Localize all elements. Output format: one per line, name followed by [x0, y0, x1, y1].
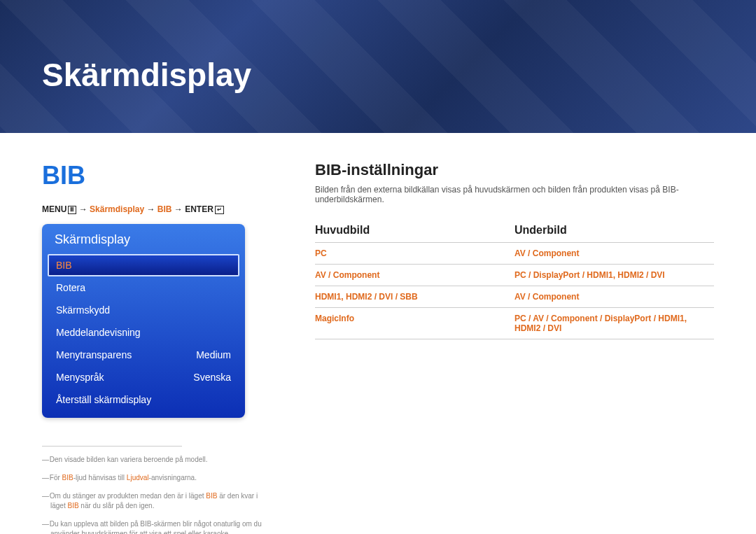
banner-title: Skärmdisplay — [42, 56, 251, 94]
footnote-3: Om du stänger av produkten medan den är … — [42, 491, 273, 511]
menu-item-meddelandevisning[interactable]: Meddelandevisning — [48, 321, 239, 344]
footnote-text: när du slår på den igen. — [79, 502, 155, 510]
footnotes — [42, 446, 182, 447]
osd-menu-panel: Skärmdisplay BIB Rotera Skärmskydd Medde… — [42, 224, 245, 418]
osd-menu-items: BIB Rotera Skärmskydd Meddelandevisning … — [42, 254, 245, 411]
right-column: BIB-inställningar Bilden från den extern… — [315, 161, 714, 534]
menu-item-label: BIB — [56, 260, 72, 271]
enter-icon: ↵ — [215, 206, 224, 214]
cell-huvudbild: HDMI1, HDMI2 / DVI / SBB — [315, 292, 514, 302]
breadcrumb-path2: BIB — [158, 204, 172, 214]
menu-item-bib[interactable]: BIB — [48, 254, 239, 276]
menu-item-label: Rotera — [56, 282, 85, 293]
breadcrumb: MENUⅢ → Skärmdisplay → BIB → ENTER↵ — [42, 204, 273, 214]
footnote-text: För — [50, 474, 62, 482]
table-row: PC AV / Component — [315, 243, 714, 265]
breadcrumb-path1: Skärmdisplay — [90, 204, 144, 214]
footnote-4: Du kan uppleva att bilden på BIB-skärmen… — [42, 519, 273, 534]
content-area: BIB MENUⅢ → Skärmdisplay → BIB → ENTER↵ … — [0, 133, 756, 534]
menu-item-aterstall[interactable]: Återställ skärmdisplay — [48, 388, 239, 411]
section-title: BIB — [42, 161, 273, 190]
footnote-1: Den visade bilden kan variera beroende p… — [42, 455, 273, 465]
col-huvudbild: Huvudbild — [315, 224, 514, 237]
footnote-orange: BIB — [206, 492, 217, 500]
table-row: HDMI1, HDMI2 / DVI / SBB AV / Component — [315, 286, 714, 308]
breadcrumb-arrow1: → — [79, 204, 90, 214]
footnote-orange: BIB — [62, 474, 74, 482]
cell-huvudbild: MagicInfo — [315, 314, 514, 333]
right-description: Bilden från den externa bildkällan visas… — [315, 185, 714, 204]
cell-underbild: PC / DisplayPort / HDMI1, HDMI2 / DVI — [514, 270, 714, 280]
menu-item-label: Återställ skärmdisplay — [56, 394, 151, 405]
menu-item-label: Skärmskydd — [56, 304, 110, 316]
bib-table: Huvudbild Underbild PC AV / Component AV… — [315, 218, 714, 339]
breadcrumb-arrow3: → — [174, 204, 185, 214]
page-banner: Skärmdisplay — [0, 0, 756, 133]
footnote-2: För BIB-ljud hänvisas till Ljudval-anvis… — [42, 473, 273, 483]
menu-item-rotera[interactable]: Rotera — [48, 276, 239, 299]
footnote-orange: Ljudval — [127, 474, 149, 482]
menu-item-value: Medium — [196, 349, 231, 360]
footnote-text: Om du stänger av produkten medan den är … — [50, 492, 206, 500]
breadcrumb-enter: ENTER — [185, 204, 214, 214]
menu-item-value: Svenska — [193, 372, 231, 383]
menu-icon: Ⅲ — [68, 206, 76, 214]
menu-item-skarmskydd[interactable]: Skärmskydd — [48, 299, 239, 321]
cell-huvudbild: PC — [315, 248, 514, 258]
cell-underbild: AV / Component — [514, 248, 714, 258]
footnote-text: -ljud hänvisas till — [74, 474, 127, 482]
cell-huvudbild: AV / Component — [315, 270, 514, 280]
col-underbild: Underbild — [514, 224, 714, 237]
footnote-text: -anvisningarna. — [149, 474, 197, 482]
menu-item-label: Menyspråk — [56, 372, 104, 383]
menu-item-label: Meddelandevisning — [56, 327, 141, 338]
menu-item-menytransparens[interactable]: Menytransparens Medium — [48, 344, 239, 366]
breadcrumb-menu: MENU — [42, 204, 66, 214]
menu-item-label: Menytransparens — [56, 349, 132, 360]
cell-underbild: AV / Component — [514, 292, 714, 302]
breadcrumb-arrow2: → — [146, 204, 157, 214]
left-column: BIB MENUⅢ → Skärmdisplay → BIB → ENTER↵ … — [42, 161, 273, 534]
menu-item-menysprak[interactable]: Menyspråk Svenska — [48, 366, 239, 388]
table-header-row: Huvudbild Underbild — [315, 218, 714, 243]
right-heading: BIB-inställningar — [315, 161, 714, 179]
table-row: AV / Component PC / DisplayPort / HDMI1,… — [315, 265, 714, 286]
table-row: MagicInfo PC / AV / Component / DisplayP… — [315, 308, 714, 339]
osd-menu-header: Skärmdisplay — [42, 224, 245, 254]
cell-underbild: PC / AV / Component / DisplayPort / HDMI… — [514, 314, 714, 333]
footnote-orange: BIB — [67, 502, 78, 510]
